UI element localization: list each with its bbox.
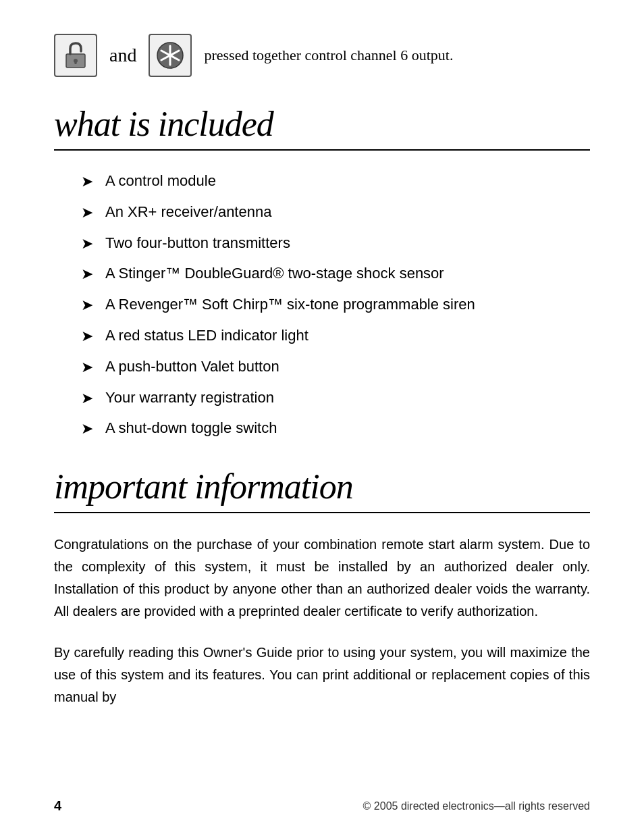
bullet-arrow: ➤ — [81, 295, 93, 316]
list-item: ➤ A Stinger™ DoubleGuard® two-stage shoc… — [81, 263, 590, 285]
lock-icon-box — [54, 34, 97, 77]
list-item-text: A Revenger™ Soft Chirp™ six-tone program… — [105, 294, 475, 315]
bullet-arrow: ➤ — [81, 234, 93, 255]
bullet-arrow: ➤ — [81, 172, 93, 192]
important-paragraph-1: Congratulations on the purchase of your … — [54, 533, 590, 623]
footer-copyright: © 2005 directed electronics—all rights r… — [363, 800, 590, 812]
list-item: ➤ A Revenger™ Soft Chirp™ six-tone progr… — [81, 294, 590, 316]
list-item: ➤ A shut-down toggle switch — [81, 418, 590, 440]
list-item-text: A red status LED indicator light — [105, 325, 308, 346]
important-paragraph-2: By carefully reading this Owner's Guide … — [54, 642, 590, 708]
included-items-list: ➤ A control module ➤ An XR+ receiver/ant… — [81, 171, 590, 440]
list-item: ➤ Your warranty registration — [81, 388, 590, 409]
pressed-text: pressed together control channel 6 outpu… — [204, 47, 453, 64]
bullet-arrow: ➤ — [81, 264, 93, 285]
and-text: and — [109, 45, 136, 66]
what-is-included-title: what is included — [54, 104, 590, 151]
star-icon-box — [149, 34, 192, 77]
list-item-text: A shut-down toggle switch — [105, 418, 277, 439]
top-section: and pressed together control channel 6 o… — [54, 34, 590, 77]
bullet-arrow: ➤ — [81, 419, 93, 440]
important-information-title: important information — [54, 467, 590, 513]
list-item-text: Two four-button transmitters — [105, 233, 290, 254]
bullet-arrow: ➤ — [81, 388, 93, 409]
footer: 4 © 2005 directed electronics—all rights… — [54, 798, 590, 814]
list-item: ➤ A red status LED indicator light — [81, 325, 590, 347]
list-item-text: An XR+ receiver/antenna — [105, 202, 271, 223]
svg-rect-2 — [75, 61, 77, 64]
bullet-arrow: ➤ — [81, 203, 93, 224]
list-item-text: A control module — [105, 171, 216, 192]
list-item: ➤ A control module — [81, 171, 590, 192]
list-item: ➤ An XR+ receiver/antenna — [81, 202, 590, 224]
list-item-text: A push-button Valet button — [105, 357, 279, 377]
bullet-arrow: ➤ — [81, 357, 93, 378]
list-item: ➤ Two four-button transmitters — [81, 233, 590, 255]
bullet-arrow: ➤ — [81, 326, 93, 347]
list-item: ➤ A push-button Valet button — [81, 357, 590, 378]
list-item-text: Your warranty registration — [105, 388, 274, 409]
page-number: 4 — [54, 798, 61, 814]
list-item-text: A Stinger™ DoubleGuard® two-stage shock … — [105, 263, 444, 284]
